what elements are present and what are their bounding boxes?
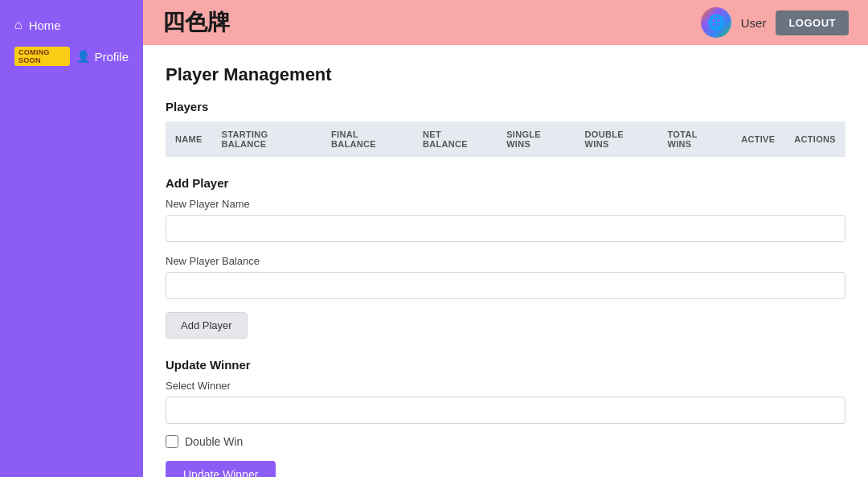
players-section-title: Players bbox=[166, 100, 845, 113]
main-wrapper: 四色牌 🌐 User LOGOUT Player Management Play… bbox=[143, 0, 868, 477]
new-player-name-label: New Player Name bbox=[166, 198, 845, 210]
col-total-wins: TOTAL WINS bbox=[658, 121, 732, 157]
select-winner-dropdown[interactable] bbox=[166, 397, 845, 424]
sidebar-item-profile[interactable]: 👤 Profile bbox=[76, 50, 129, 64]
logout-button[interactable]: LOGOUT bbox=[776, 10, 849, 35]
profile-label: Profile bbox=[94, 50, 129, 64]
col-final-balance: FINAL BALANCE bbox=[321, 121, 413, 157]
col-name: NAME bbox=[166, 121, 212, 157]
content-area: Player Management Players NAME STARTING … bbox=[143, 45, 868, 477]
col-actions: ACTIONS bbox=[784, 121, 845, 157]
col-active: ACTIVE bbox=[731, 121, 784, 157]
avatar: 🌐 bbox=[701, 7, 731, 38]
sidebar-profile-row: COMING SOON 👤 Profile bbox=[0, 40, 143, 72]
page-title: Player Management bbox=[166, 64, 845, 85]
header-right: 🌐 User LOGOUT bbox=[701, 7, 849, 38]
sidebar: ⌂ Home COMING SOON 👤 Profile bbox=[0, 0, 143, 477]
new-player-balance-input[interactable] bbox=[166, 272, 845, 299]
person-icon: 👤 bbox=[76, 50, 90, 63]
sidebar-home-label: Home bbox=[29, 19, 61, 32]
add-player-section-title: Add Player bbox=[166, 176, 845, 190]
col-single-wins: SINGLE WINS bbox=[497, 121, 575, 157]
select-winner-label: Select Winner bbox=[166, 380, 845, 392]
home-icon: ⌂ bbox=[14, 18, 23, 32]
username-label: User bbox=[741, 16, 767, 30]
double-win-label: Double Win bbox=[185, 435, 243, 448]
update-winner-section-title: Update Winner bbox=[166, 358, 845, 372]
col-starting-balance: STARTING BALANCE bbox=[212, 121, 321, 157]
players-table: NAME STARTING BALANCE FINAL BALANCE NET … bbox=[166, 121, 845, 157]
header: 四色牌 🌐 User LOGOUT bbox=[143, 0, 868, 45]
double-win-row: Double Win bbox=[166, 435, 845, 448]
app-title: 四色牌 bbox=[162, 7, 230, 38]
new-player-balance-label: New Player Balance bbox=[166, 255, 845, 267]
add-player-button[interactable]: Add Player bbox=[166, 312, 248, 339]
sidebar-item-home[interactable]: ⌂ Home bbox=[0, 10, 143, 40]
update-winner-button[interactable]: Update Winner bbox=[166, 461, 276, 477]
col-net-balance: NET BALANCE bbox=[413, 121, 497, 157]
coming-soon-badge: COMING SOON bbox=[14, 47, 70, 66]
double-win-checkbox[interactable] bbox=[166, 435, 178, 448]
col-double-wins: DOUBLE WINS bbox=[575, 121, 658, 157]
new-player-name-input[interactable] bbox=[166, 215, 845, 242]
